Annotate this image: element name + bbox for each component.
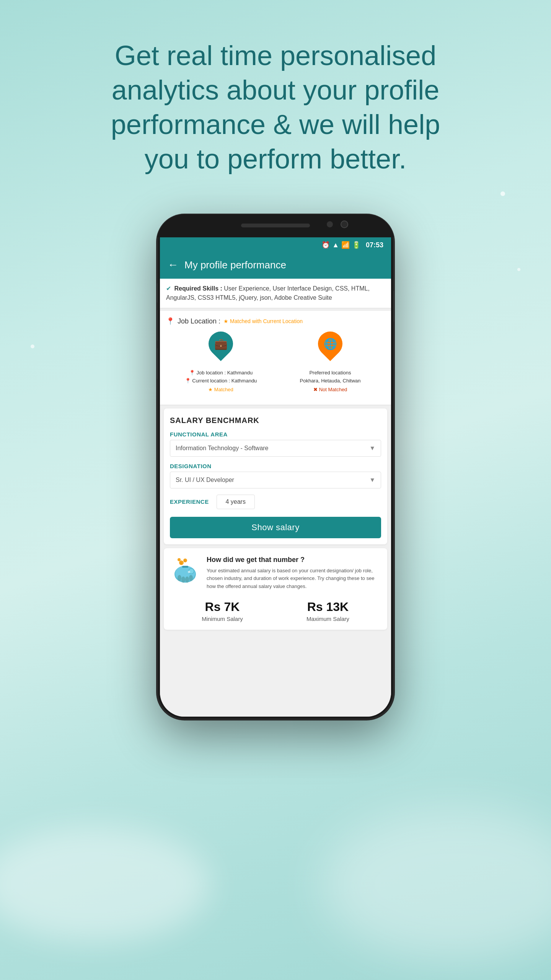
svg-point-12 <box>178 558 181 561</box>
svg-point-7 <box>189 575 193 581</box>
job-location-value: Kathmandu <box>227 370 253 376</box>
location-maps: 💼 📍 Job location : Kathmandu 📍 Current l… <box>166 332 385 392</box>
svg-text:$: $ <box>180 562 182 565</box>
max-salary-label: Maximum Salary <box>306 616 349 622</box>
volume-up-button <box>157 310 158 341</box>
matched-status: ★ Matched <box>208 387 233 392</box>
back-button[interactable]: ← <box>168 259 178 271</box>
orange-pin-circle: 🌐 <box>313 327 348 361</box>
show-salary-button[interactable]: Show salary <box>170 517 381 538</box>
page-headline: Get real time personalised analytics abo… <box>65 38 486 176</box>
job-location-item: 💼 📍 Job location : Kathmandu 📍 Current l… <box>171 332 270 392</box>
not-matched-icon: ✖ <box>313 387 318 392</box>
status-icons: ⏰ ▲ 📶 🔋 07:53 <box>321 241 383 249</box>
phone-camera <box>341 220 348 228</box>
salary-question: How did we get that number ? <box>207 556 381 564</box>
designation-value: Sr. UI / UX Developer <box>176 477 234 483</box>
not-matched-text: Not Matched <box>319 387 347 392</box>
decorative-dot-3 <box>31 345 34 348</box>
max-salary-item: Rs 13K Maximum Salary <box>306 600 349 622</box>
current-location-value: Kathmandu <box>231 378 257 384</box>
skills-card: ✔ Required Skills : User Experience, Use… <box>160 279 391 308</box>
min-salary-item: Rs 7K Minimum Salary <box>202 600 243 622</box>
battery-icon: 🔋 <box>352 241 360 249</box>
location-card: 📍 Job Location : ★ Matched with Current … <box>160 311 391 405</box>
phone-mockup: ⏰ ▲ 📶 🔋 07:53 ← My profile performance ✔… <box>157 214 394 720</box>
decorative-dot-1 <box>500 191 505 196</box>
preferred-label: Preferred locations <box>309 370 351 376</box>
experience-label: EXPERIENCE <box>170 498 209 505</box>
skills-label: Required Skills : <box>174 285 222 292</box>
preferred-value: Pokhara, Hetauda, Chitwan <box>300 378 361 384</box>
designation-label: DESIGNATION <box>170 463 381 469</box>
functional-area-dropdown[interactable]: Information Technology - Software ▼ <box>170 440 381 457</box>
volume-down-button <box>157 348 158 379</box>
matched-star-icon: ★ <box>208 387 213 392</box>
min-salary-label: Minimum Salary <box>202 616 243 622</box>
signal-icon: 📶 <box>341 241 350 249</box>
salary-values: Rs 7K Minimum Salary Rs 13K Maximum Sala… <box>170 597 381 622</box>
experience-input[interactable] <box>217 495 255 509</box>
power-button <box>393 291 394 322</box>
salary-info-top: $ $ How did we get that number ? Your es… <box>170 556 381 591</box>
app-header: ← My profile performance <box>160 253 391 279</box>
functional-area-value: Information Technology - Software <box>176 445 269 452</box>
status-bar: ⏰ ▲ 📶 🔋 07:53 <box>160 237 391 253</box>
location-label: Job Location : <box>178 317 220 325</box>
decorative-dot-2 <box>517 268 520 271</box>
current-location-label: 📍 Current location : <box>185 378 231 384</box>
salary-benchmark-title: SALARY BENCHMARK <box>170 416 381 425</box>
svg-point-4 <box>178 575 181 581</box>
teal-pin-circle: 💼 <box>204 327 238 361</box>
matched-status-text: Matched <box>214 387 233 392</box>
salary-info-text: How did we get that number ? Your estima… <box>207 556 381 591</box>
phone-speaker <box>241 224 310 227</box>
phone-sensor <box>327 221 333 227</box>
matched-text: Matched with Current Location <box>230 318 303 324</box>
alarm-icon: ⏰ <box>321 241 330 249</box>
preferred-location-item: 🌐 Preferred locations Pokhara, Hetauda, … <box>281 332 379 392</box>
piggy-bank-illustration: $ $ <box>170 556 201 586</box>
designation-dropdown[interactable]: Sr. UI / UX Developer ▼ <box>170 472 381 488</box>
check-icon: ✔ <box>166 285 171 292</box>
location-pin-icon: 📍 <box>166 317 174 325</box>
max-salary-amount: Rs 13K <box>307 600 349 614</box>
experience-row: EXPERIENCE <box>170 495 381 509</box>
svg-point-6 <box>185 577 189 583</box>
status-time: 07:53 <box>366 241 383 249</box>
job-location-text: 📍 Job location : Kathmandu 📍 Current loc… <box>185 369 257 385</box>
svg-point-9 <box>188 571 190 573</box>
matched-badge: ★ Matched with Current Location <box>223 318 303 324</box>
briefcase-icon: 💼 <box>214 338 227 350</box>
svg-point-5 <box>181 577 185 583</box>
location-header: 📍 Job Location : ★ Matched with Current … <box>166 317 385 325</box>
screen-content: ✔ Required Skills : User Experience, Use… <box>160 279 391 717</box>
mute-button <box>157 283 158 302</box>
not-matched-status: ✖ Not Matched <box>313 387 347 392</box>
dropdown-chevron-icon: ▼ <box>369 445 375 452</box>
salary-benchmark-section: SALARY BENCHMARK FUNCTIONAL AREA Informa… <box>164 408 387 544</box>
wifi-icon: ▲ <box>332 241 339 249</box>
functional-area-label: FUNCTIONAL AREA <box>170 431 381 438</box>
job-location-pin: 💼 <box>207 332 234 366</box>
salary-info-card: $ $ How did we get that number ? Your es… <box>164 548 387 630</box>
phone-screen: ⏰ ▲ 📶 🔋 07:53 ← My profile performance ✔… <box>160 237 391 717</box>
app-title: My profile performance <box>184 259 286 271</box>
phone-notch <box>157 214 394 237</box>
job-location-label: 📍 Job location : <box>189 370 227 376</box>
salary-description: Your estimated annual salary is based on… <box>207 567 381 591</box>
star-icon: ★ <box>223 318 228 324</box>
designation-chevron-icon: ▼ <box>369 477 375 483</box>
svg-rect-8 <box>182 566 188 568</box>
globe-icon: 🌐 <box>323 338 337 350</box>
svg-text:$: $ <box>184 560 186 563</box>
preferred-location-pin: 🌐 <box>317 332 344 366</box>
phone-body: ⏰ ▲ 📶 🔋 07:53 ← My profile performance ✔… <box>157 214 394 720</box>
min-salary-amount: Rs 7K <box>205 600 240 614</box>
preferred-location-text: Preferred locations Pokhara, Hetauda, Ch… <box>300 369 361 385</box>
